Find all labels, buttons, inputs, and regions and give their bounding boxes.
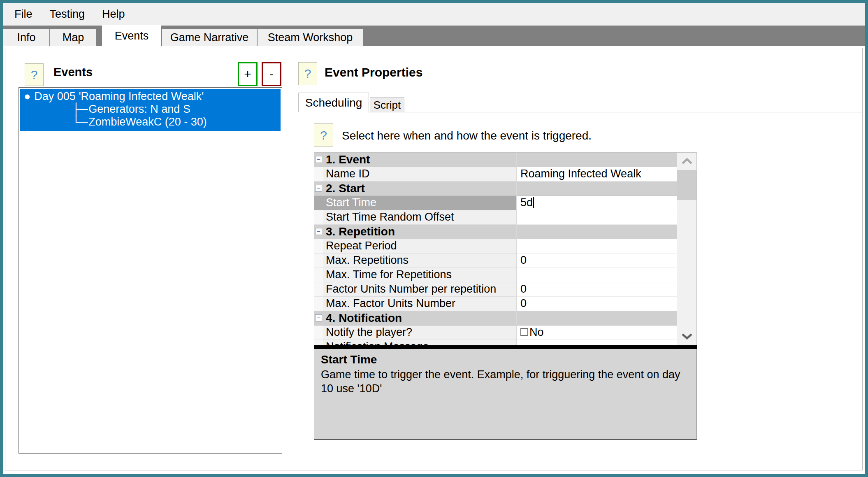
collapse-icon[interactable]: − [315, 314, 322, 321]
main-tab[interactable]: Events [102, 26, 161, 46]
property-value[interactable] [517, 225, 677, 239]
menu-item[interactable]: Testing [41, 3, 94, 25]
property-label: 4. Notification [323, 311, 517, 326]
row-gutter [314, 297, 323, 311]
property-label: Start Time [323, 196, 517, 210]
tree-item[interactable]: ├─Generators: N and S [20, 103, 281, 116]
property-row[interactable]: Max. Repetitions 0 [314, 254, 677, 268]
property-label: Repeat Period [323, 239, 517, 254]
properties-help-button[interactable]: ? [298, 62, 317, 85]
main-tab-strip: InfoMapEventsGame NarrativeSteam Worksho… [3, 26, 865, 46]
row-gutter [314, 268, 323, 282]
events-help-button[interactable]: ? [25, 63, 44, 86]
tree-item[interactable]: └─ZombieWeakC (20 - 30) [20, 116, 281, 128]
property-label: Factor Units Number per repetition [323, 282, 517, 297]
property-row[interactable]: − 1. Event [314, 153, 677, 167]
row-gutter [314, 326, 323, 340]
collapse-icon[interactable]: − [315, 156, 322, 163]
properties-panel-title: Event Properties [325, 65, 422, 79]
property-row[interactable]: Start Time Random Offset [314, 210, 677, 225]
property-label: 2. Start [323, 181, 517, 196]
main-tab[interactable]: Game Narrative [162, 29, 257, 46]
row-gutter: − [314, 225, 323, 239]
property-value[interactable] [517, 153, 677, 167]
tab-page-top-border [298, 112, 863, 112]
scroll-up-button[interactable] [677, 153, 696, 170]
property-value-text: 0 [520, 297, 527, 309]
row-gutter: − [314, 311, 323, 326]
property-row[interactable]: Repeat Period [314, 239, 677, 254]
property-value[interactable]: 0 [517, 282, 677, 297]
events-panel-title: Events [53, 65, 93, 79]
tree-item[interactable]: ●Day 005 'Roaming Infected Wealk' [20, 90, 281, 103]
menu-bar: FileTestingHelp [3, 3, 865, 25]
collapse-icon[interactable]: − [315, 228, 322, 235]
property-value[interactable]: 0 [517, 254, 677, 268]
property-value[interactable]: No [517, 326, 677, 340]
property-value-text: No [529, 326, 544, 338]
property-label: Max. Factor Units Number [323, 297, 517, 311]
property-value[interactable] [517, 210, 677, 225]
property-value-text: 0 [520, 254, 527, 266]
property-row[interactable]: Max. Factor Units Number 0 [314, 297, 677, 311]
property-value[interactable]: Roaming Infected Wealk [517, 167, 677, 181]
checkbox-icon[interactable] [520, 328, 528, 336]
property-value-text: 0 [520, 283, 527, 295]
scrollbar-thumb[interactable] [677, 170, 696, 200]
property-value[interactable] [517, 268, 677, 282]
main-tab[interactable]: Info [3, 29, 49, 46]
menu-item[interactable]: Help [93, 3, 134, 25]
property-label: Notification Message [323, 340, 517, 345]
remove-event-button[interactable]: - [262, 62, 281, 86]
row-gutter: − [314, 181, 323, 196]
row-gutter [314, 340, 323, 345]
scroll-down-button[interactable] [677, 328, 696, 345]
properties-tab[interactable]: Scheduling [298, 93, 369, 112]
description-title: Start Time [321, 353, 690, 366]
tree-item-label: ZombieWeakC (20 - 30) [88, 116, 207, 128]
property-row[interactable]: Factor Units Number per repetition 0 [314, 282, 677, 297]
menu-item[interactable]: File [6, 3, 41, 25]
property-row[interactable]: Notification Message [314, 340, 677, 345]
properties-tab[interactable]: Script [370, 97, 404, 112]
property-value[interactable] [517, 239, 677, 254]
grid-description-splitter[interactable] [314, 345, 697, 349]
row-gutter [314, 239, 323, 254]
add-event-button[interactable]: + [238, 62, 258, 86]
row-gutter: − [314, 153, 323, 167]
property-row[interactable]: Notify the player? No [314, 326, 677, 340]
property-value-text: Roaming Infected Wealk [520, 168, 641, 180]
property-label: Notify the player? [323, 326, 517, 340]
property-row[interactable]: − 4. Notification [314, 311, 677, 326]
property-label: Start Time Random Offset [323, 210, 517, 225]
events-tree[interactable]: ●Day 005 'Roaming Infected Wealk'├─Gener… [19, 87, 282, 454]
tab-page-bottom-border [298, 453, 863, 453]
property-row[interactable]: Name ID Roaming Infected Wealk [314, 167, 677, 181]
scroll-up-icon [681, 158, 693, 165]
property-row[interactable]: − 3. Repetition [314, 225, 677, 239]
selected-tree-node[interactable]: ●Day 005 'Roaming Infected Wealk'├─Gener… [20, 89, 281, 131]
property-value[interactable] [517, 181, 677, 196]
collapse-icon[interactable]: − [315, 185, 322, 192]
property-label: Max. Time for Repetitions [323, 268, 517, 282]
tree-branch-icon: └─ [72, 116, 88, 128]
scheduling-help-button[interactable]: ? [314, 123, 333, 147]
property-label: Name ID [323, 167, 517, 181]
row-gutter [314, 167, 323, 181]
main-tab[interactable]: Steam Workshop [258, 29, 363, 46]
property-row[interactable]: − 2. Start [314, 181, 677, 196]
property-label: Max. Repetitions [323, 254, 517, 268]
property-row[interactable]: Max. Time for Repetitions [314, 268, 677, 282]
property-row[interactable]: Start Time 5d [314, 196, 677, 210]
grid-scrollbar[interactable] [677, 153, 696, 345]
row-gutter [314, 254, 323, 268]
property-value[interactable]: 5d [517, 196, 677, 210]
property-value[interactable] [517, 340, 677, 345]
property-grid[interactable]: − 1. Event Name ID Roaming Infected Weal… [314, 152, 697, 345]
content-panel: ? Events + - ●Day 005 'Roaming Infected … [5, 48, 863, 470]
scroll-down-icon [681, 333, 693, 340]
property-value[interactable] [517, 311, 677, 326]
main-tab[interactable]: Map [50, 29, 96, 46]
row-gutter [314, 282, 323, 297]
property-value[interactable]: 0 [517, 297, 677, 311]
